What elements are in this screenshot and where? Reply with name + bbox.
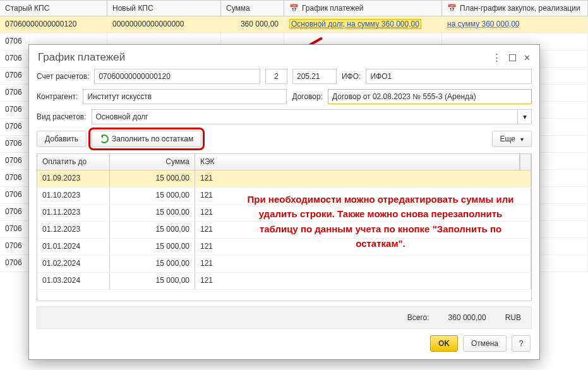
cell-plan: на сумму 360 000,00 (442, 16, 588, 33)
sub1-field[interactable]: 2 (265, 69, 287, 84)
cell-sum: 15 000,00 (110, 239, 195, 255)
table-row[interactable]: 01.12.202315 000,00121 (37, 222, 531, 239)
table-row[interactable]: 01.03.202415 000,00121 (37, 273, 531, 290)
cell-kek: 121 (195, 205, 531, 221)
contract-field[interactable]: Договор от 02.08.2023 № 555-З (Аренда) (328, 89, 532, 104)
dialog-footer: OK Отмена ? (29, 329, 539, 359)
cell-date: 01.11.2023 (37, 205, 110, 221)
col-kek: КЭК (195, 154, 520, 170)
cell-date: 01.12.2023 (37, 222, 110, 238)
sub2-field[interactable]: 205.21 (292, 69, 337, 84)
cell-sum: 15 000,00 (110, 170, 195, 187)
bg-header-row: Старый КПС Новый КПС Сумма График платеж… (0, 0, 588, 16)
table-row[interactable]: 01.11.202315 000,00121 (37, 205, 531, 222)
counterparty-label: Контрагент: (37, 92, 78, 101)
toolbar: Добавить Заполнить по остаткам Еще (29, 127, 539, 153)
scrollbar[interactable] (520, 154, 531, 170)
calc-type-dropdown[interactable]: Основной долг ▾ (92, 109, 532, 124)
cell-new-kps: 00000000000000000 (107, 16, 221, 33)
counterparty-field[interactable]: Институт искусств (83, 89, 287, 104)
cell-sum: 15 000,00 (110, 273, 195, 289)
cell-schedule: Основной долг, на сумму 360 000,00 (284, 16, 442, 33)
calc-type-label: Вид расчетов: (37, 112, 87, 121)
cell-sum: 360 000,00 (221, 16, 284, 33)
calendar-icon (289, 4, 299, 13)
cell-date: 01.09.2023 (37, 170, 110, 187)
cell-kek: 121 (195, 222, 531, 238)
totals-row: Всего: 360 000,00 RUB (37, 306, 532, 329)
cell-kek: 121 (195, 170, 531, 187)
schedule-link[interactable]: Основной долг, на сумму 360 000,00 (289, 19, 421, 29)
chevron-down-icon[interactable]: ▾ (517, 110, 531, 124)
cell-kek: 121 (195, 239, 531, 255)
table-row[interactable]: 01.02.202415 000,00121 (37, 256, 531, 273)
cell-kek: 121 (195, 188, 531, 204)
col-sum: Сумма (110, 154, 195, 170)
plan-link[interactable]: на сумму 360 000,00 (447, 20, 520, 28)
cell-date: 01.03.2024 (37, 273, 110, 289)
ok-button[interactable]: OK (430, 335, 458, 352)
account-label: Счет расчетов: (37, 72, 89, 81)
bg-col-plan: План-график закупок, реализации (442, 1, 588, 16)
cell-date: 01.01.2024 (37, 239, 110, 255)
table-header: Оплатить до Сумма КЭК (37, 154, 531, 170)
dialog-titlebar: График платежей (29, 45, 539, 66)
table-row[interactable]: 01.01.202415 000,00121 (37, 239, 531, 256)
payment-schedule-dialog: График платежей Счет расчетов: 070600000… (28, 44, 540, 360)
totals-sum: 360 000,00 (448, 313, 486, 322)
cell-sum: 15 000,00 (110, 222, 195, 238)
bg-col-sum: Сумма (221, 1, 284, 16)
totals-currency: RUB (505, 313, 521, 322)
menu-icon[interactable] (492, 52, 501, 63)
help-button[interactable]: ? (512, 335, 531, 352)
add-button[interactable]: Добавить (37, 131, 87, 147)
bg-col-new-kps: Новый КПС (107, 1, 221, 16)
refresh-icon (100, 134, 109, 143)
account-field[interactable]: 07060000000000120 (94, 69, 260, 84)
col-paydate: Оплатить до (37, 154, 110, 170)
more-button[interactable]: Еще (492, 131, 532, 147)
cell-sum: 15 000,00 (110, 188, 195, 204)
cell-old-kps: 07060000000000120 (0, 16, 107, 33)
table-row[interactable]: 01.09.202315 000,00121 (37, 170, 531, 188)
totals-label: Всего: (407, 313, 429, 322)
cell-kek: 121 (195, 256, 531, 272)
cell-kek: 121 (195, 273, 531, 289)
cell-sum: 15 000,00 (110, 256, 195, 272)
dialog-title: График платежей (38, 51, 492, 64)
ifo-label: ИФО: (342, 72, 361, 81)
fill-by-balance-button[interactable]: Заполнить по остаткам (92, 131, 201, 147)
bg-data-row[interactable]: 07060000000000120 00000000000000000 360 … (0, 16, 588, 33)
payments-table: Оплатить до Сумма КЭК 01.09.202315 000,0… (37, 153, 532, 301)
ifo-field[interactable]: ИФО1 (366, 69, 532, 84)
calendar-icon (447, 4, 457, 13)
table-row[interactable]: 01.10.202315 000,00121 (37, 188, 531, 205)
cell-date: 01.02.2024 (37, 256, 110, 272)
bg-col-old-kps: Старый КПС (0, 1, 107, 16)
cancel-button[interactable]: Отмена (463, 335, 507, 352)
cell-sum: 15 000,00 (110, 205, 195, 221)
maximize-icon[interactable] (509, 54, 516, 61)
close-icon[interactable] (524, 53, 531, 63)
bg-col-schedule: График платежей (284, 1, 442, 16)
cell-date: 01.10.2023 (37, 188, 110, 204)
contract-label: Договор: (292, 92, 323, 101)
